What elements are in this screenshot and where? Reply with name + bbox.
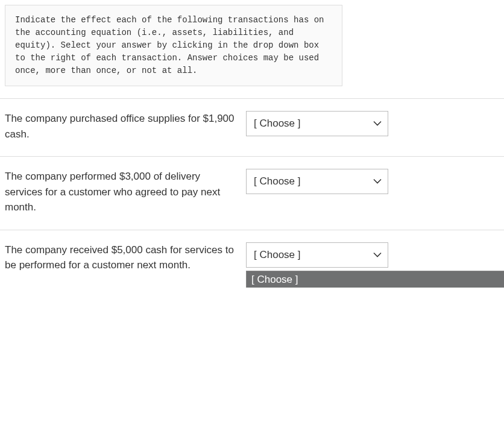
- dropdown-option[interactable]: [ Choose ]: [247, 271, 504, 288]
- transaction-row-2: The company performed $3,000 of delivery…: [0, 156, 504, 230]
- chevron-down-icon: [373, 179, 382, 184]
- question-prompt: Indicate the effect each of the followin…: [5, 5, 342, 86]
- answer-select-3[interactable]: [ Choose ]: [246, 242, 388, 268]
- answer-select-1[interactable]: [ Choose ]: [246, 111, 388, 136]
- transaction-label: The company purchased office supplies fo…: [5, 111, 246, 142]
- answer-select-2[interactable]: [ Choose ]: [246, 169, 388, 194]
- select-value: [ Choose ]: [254, 118, 301, 130]
- transaction-label: The company received $5,000 cash for ser…: [5, 242, 246, 273]
- transaction-label: The company performed $3,000 of delivery…: [5, 169, 246, 215]
- select-value: [ Choose ]: [254, 249, 301, 261]
- chevron-down-icon: [373, 121, 382, 127]
- chevron-down-icon: [373, 252, 382, 257]
- transaction-row-1: The company purchased office supplies fo…: [0, 98, 504, 156]
- answer-dropdown-3: [ Choose ] assets decrease; liabilities …: [246, 271, 504, 288]
- transaction-row-3: The company received $5,000 cash for ser…: [0, 230, 504, 288]
- select-value: [ Choose ]: [254, 175, 301, 187]
